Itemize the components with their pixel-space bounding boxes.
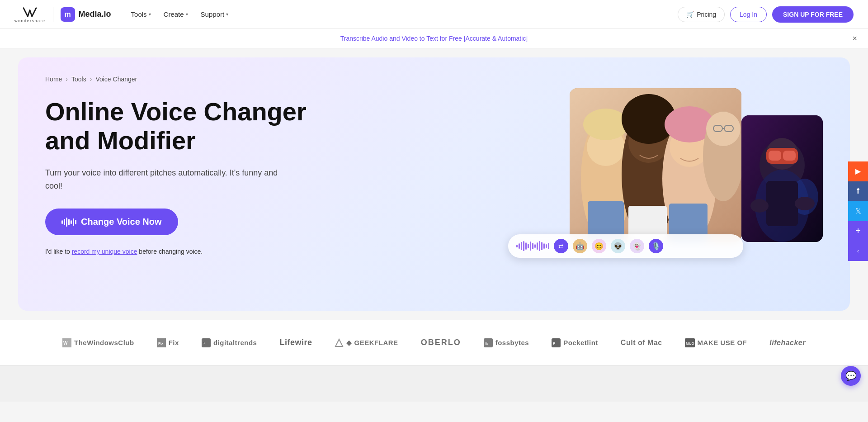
svg-text:P: P: [553, 341, 556, 346]
breadcrumb: Home › Tools › Voice Changer: [45, 76, 823, 83]
hero-left: Online Voice Changer and Modifier Turn y…: [45, 97, 316, 255]
svg-text:W: W: [63, 341, 68, 346]
close-button[interactable]: ×: [852, 34, 857, 43]
chevron-down-icon: ▾: [226, 12, 228, 17]
svg-rect-26: [766, 181, 798, 226]
plus-icon: +: [855, 226, 861, 236]
nav-links: Tools ▾ Create ▾ Support ▾: [126, 7, 234, 22]
breadcrumb-current: Voice Changer: [95, 76, 137, 83]
hero-secondary-image: [741, 115, 823, 242]
hero-title: Online Voice Changer and Modifier: [45, 97, 316, 156]
logo-fix: Fix Fix: [157, 338, 179, 347]
svg-text:fb: fb: [485, 341, 488, 346]
chevron-down-icon: ▾: [186, 12, 188, 17]
svg-point-27: [750, 199, 769, 213]
avatar-robot[interactable]: 🤖: [573, 239, 587, 253]
hero-main-image: [570, 88, 741, 242]
cart-icon: 🛒: [686, 11, 694, 18]
swap-button[interactable]: ⇄: [554, 239, 568, 253]
avatar-alien[interactable]: 👽: [611, 239, 625, 253]
avatar-ghost[interactable]: 👻: [630, 239, 644, 253]
avatar-face[interactable]: 😊: [592, 239, 606, 253]
hero-right: ⇄ 🤖 😊 👽 👻 🎙️: [316, 88, 823, 251]
avatar-voice[interactable]: 🎙️: [649, 239, 663, 253]
chevron-down-icon: ▾: [149, 12, 151, 17]
chat-icon: 💬: [845, 370, 857, 381]
nav-tools[interactable]: Tools ▾: [126, 7, 156, 22]
bottom-section: [0, 365, 868, 402]
mediaio-logo[interactable]: m Media.io: [61, 7, 111, 22]
share-button[interactable]: ‹: [848, 241, 868, 261]
hero-section: Home › Tools › Voice Changer Online Voic…: [18, 57, 850, 311]
wondershare-text: wondershare: [14, 19, 46, 23]
hero-images: ⇄ 🤖 😊 👽 👻 🎙️: [570, 88, 823, 251]
add-button[interactable]: +: [848, 221, 868, 241]
wondershare-logo[interactable]: wondershare: [14, 6, 46, 23]
logo-pocketlint: P Pocketlint: [552, 338, 598, 347]
svg-rect-22: [769, 151, 781, 161]
presentation-icon: ▶: [855, 167, 861, 175]
announcement-link[interactable]: Transcribe Audio and Video to Text for F…: [340, 35, 528, 42]
presentation-button[interactable]: ▶: [848, 161, 868, 181]
logo-cultofmac: Cult of Mac: [621, 339, 662, 347]
logo-group: wondershare m Media.io: [14, 6, 111, 23]
breadcrumb-home[interactable]: Home: [45, 76, 62, 83]
change-voice-button[interactable]: Change Voice Now: [45, 209, 178, 235]
nav-actions: 🛒 Pricing Log In SIGN UP FOR FREE: [678, 6, 854, 23]
waveform-icon: [61, 218, 76, 227]
hero-record-text: I'd like to record my unique voice befor…: [45, 248, 316, 255]
logo-geekflare: ◆ GEEKFLARE: [335, 338, 398, 347]
record-link[interactable]: record my unique voice: [72, 248, 137, 255]
nav-divider: [53, 7, 53, 22]
login-button[interactable]: Log In: [730, 7, 767, 22]
logo-digitaltrends: + digitaltrends: [202, 338, 257, 347]
voice-controls: ⇄ 🤖 😊 👽 👻 🎙️: [508, 234, 743, 258]
signup-button[interactable]: SIGN UP FOR FREE: [772, 6, 854, 23]
media-name: Media.io: [79, 9, 111, 19]
logo-lifewire: Lifewire: [279, 338, 312, 347]
twitter-button[interactable]: 𝕏: [848, 201, 868, 221]
facebook-icon: f: [857, 186, 859, 196]
svg-point-28: [795, 197, 815, 210]
waveform-display: [516, 241, 549, 251]
logo-lifehacker: lifehacker: [769, 339, 806, 347]
svg-marker-35: [335, 339, 343, 346]
svg-text:Fix: Fix: [158, 341, 164, 346]
hero-content: Online Voice Changer and Modifier Turn y…: [45, 97, 823, 255]
facebook-button[interactable]: f: [848, 181, 868, 201]
hero-subtitle: Turn your voice into different pitches a…: [45, 166, 280, 193]
sidebar-social: ▶ f 𝕏 + ‹: [848, 161, 868, 261]
logo-fossbytes: fb fossbytes: [484, 338, 529, 347]
logo-makeuseof: MUO MAKE USE OF: [685, 338, 747, 347]
chevron-left-icon: ‹: [857, 248, 859, 254]
logo-oberlo: OBERLO: [421, 338, 461, 347]
twitter-icon: 𝕏: [855, 207, 861, 215]
logos-section: W TheWindowsClub Fix Fix + digitaltrends…: [0, 320, 868, 365]
nav-create[interactable]: Create ▾: [158, 7, 193, 22]
breadcrumb-tools[interactable]: Tools: [71, 76, 86, 83]
svg-rect-23: [783, 151, 796, 161]
navbar: wondershare m Media.io Tools ▾ Create ▾ …: [0, 0, 868, 29]
pricing-button[interactable]: 🛒 Pricing: [678, 7, 725, 22]
logo-thewindowsclub: W TheWindowsClub: [62, 338, 134, 347]
media-icon: m: [61, 7, 75, 22]
svg-text:+: +: [203, 341, 205, 346]
svg-text:MUO: MUO: [686, 341, 694, 346]
svg-point-3: [583, 109, 628, 140]
nav-support[interactable]: Support ▾: [195, 7, 234, 22]
announcement-bar: Transcribe Audio and Video to Text for F…: [0, 29, 868, 48]
chat-button[interactable]: 💬: [841, 366, 861, 386]
